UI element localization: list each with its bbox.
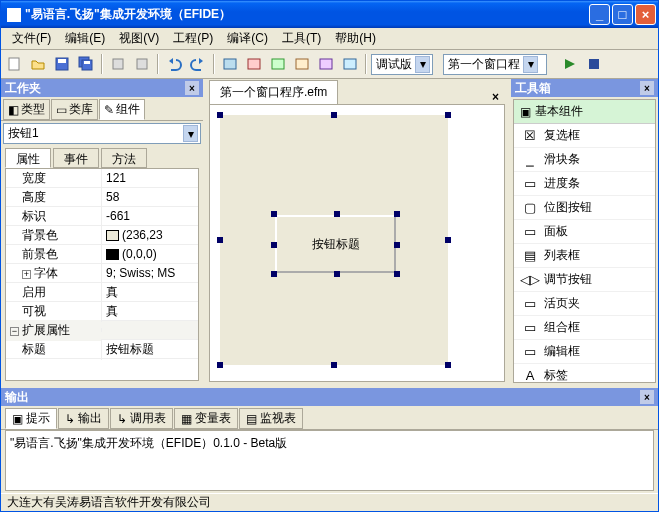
property-value: 58 <box>106 190 119 204</box>
expand-icon[interactable]: + <box>22 270 31 279</box>
toolbox-item[interactable]: ▭活页夹 <box>514 292 655 316</box>
redo-button[interactable] <box>187 53 209 75</box>
property-row[interactable]: −扩展属性 <box>6 321 198 340</box>
menu-compile[interactable]: 编译(C) <box>220 28 275 49</box>
tool-f[interactable] <box>291 53 313 75</box>
property-name: 宽度 <box>22 171 46 185</box>
toolbox-item-label: 编辑框 <box>544 343 580 360</box>
output-body[interactable]: "易语言.飞扬"集成开发环境（EFIDE）0.1.0 - Beta版 <box>5 430 654 491</box>
output-tab-vars[interactable]: ▦变量表 <box>174 408 238 429</box>
toolbox-item[interactable]: ▭编辑框 <box>514 340 655 364</box>
subtab-methods[interactable]: 方法 <box>101 148 147 168</box>
saveall-button[interactable] <box>75 53 97 75</box>
minimize-button[interactable]: _ <box>589 4 610 25</box>
tool-h[interactable] <box>339 53 361 75</box>
menu-project[interactable]: 工程(P) <box>166 28 220 49</box>
property-row[interactable]: 标题按钮标题 <box>6 340 198 359</box>
tool-b[interactable] <box>131 53 153 75</box>
form-surface[interactable]: 按钮标题 <box>220 115 448 365</box>
new-button[interactable] <box>3 53 25 75</box>
wrench-icon: ✎ <box>104 103 114 117</box>
property-value: (236,23 <box>122 228 163 242</box>
property-row[interactable]: 可视真 <box>6 302 198 321</box>
svg-rect-12 <box>320 59 332 69</box>
property-grid[interactable]: 宽度121高度58标识-661背景色(236,23前景色(0,0,0)+字体9;… <box>5 168 199 381</box>
property-row[interactable]: 背景色(236,23 <box>6 226 198 245</box>
tool-g[interactable] <box>315 53 337 75</box>
property-row[interactable]: 前景色(0,0,0) <box>6 245 198 264</box>
toolbox-item[interactable]: ▭面板 <box>514 220 655 244</box>
svg-rect-14 <box>589 59 599 69</box>
svg-rect-8 <box>224 59 236 69</box>
toolbox-item-label: 位图按钮 <box>544 199 592 216</box>
property-row[interactable]: 高度58 <box>6 188 198 207</box>
output-tab-hint[interactable]: ▣提示 <box>5 408 57 429</box>
toolbox-item[interactable]: ▢位图按钮 <box>514 196 655 220</box>
property-row[interactable]: 启用真 <box>6 283 198 302</box>
object-combo[interactable]: 按钮1▾ <box>3 123 201 144</box>
toolbox-item[interactable]: ⎯滑块条 <box>514 148 655 172</box>
property-name: 启用 <box>22 285 46 299</box>
startup-combo[interactable]: 第一个窗口程▾ <box>443 54 547 75</box>
output-panel: 输出 × ▣提示 ↳输出 ↳调用表 ▦变量表 ▤监视表 "易语言.飞扬"集成开发… <box>1 385 658 493</box>
menu-edit[interactable]: 编辑(E) <box>58 28 112 49</box>
config-combo[interactable]: 调试版▾ <box>371 54 433 75</box>
tool-c[interactable] <box>219 53 241 75</box>
window-title: "易语言.飞扬"集成开发环境（EFIDE） <box>25 6 587 23</box>
component-icon: A <box>522 368 538 384</box>
save-button[interactable] <box>51 53 73 75</box>
toolbox-item-label: 面板 <box>544 223 568 240</box>
toolbox-item[interactable]: ▤列表框 <box>514 244 655 268</box>
output-tab-call[interactable]: ↳调用表 <box>110 408 173 429</box>
toolbox-item[interactable]: A标签 <box>514 364 655 383</box>
doc-close-icon[interactable]: × <box>486 90 505 104</box>
panel-close-icon[interactable]: × <box>640 390 654 404</box>
tool-d[interactable] <box>243 53 265 75</box>
undo-button[interactable] <box>163 53 185 75</box>
panel-close-icon[interactable]: × <box>640 81 654 95</box>
component-icon: ▭ <box>522 344 538 360</box>
toolbox-category[interactable]: ▣基本组件 <box>514 100 655 124</box>
menu-file[interactable]: 文件(F) <box>5 28 58 49</box>
property-row[interactable]: +字体9; Swiss; MS <box>6 264 198 283</box>
property-name: 高度 <box>22 190 46 204</box>
color-swatch <box>106 249 119 260</box>
document-tab[interactable]: 第一个窗口程序.efm <box>209 80 338 104</box>
toolbox-item[interactable]: ▭进度条 <box>514 172 655 196</box>
toolbox-item[interactable]: ◁▷调节按钮 <box>514 268 655 292</box>
title-bar: "易语言.飞扬"集成开发环境（EFIDE） _ □ × <box>1 1 658 28</box>
tool-a[interactable] <box>107 53 129 75</box>
output-tab-output[interactable]: ↳输出 <box>58 408 109 429</box>
toolbox-item[interactable]: ▭组合框 <box>514 316 655 340</box>
property-row[interactable]: 标识-661 <box>6 207 198 226</box>
open-button[interactable] <box>27 53 49 75</box>
toolbox-item[interactable]: ☒复选框 <box>514 124 655 148</box>
tab-components[interactable]: ✎组件 <box>99 99 145 120</box>
collapse-icon[interactable]: − <box>10 327 19 336</box>
property-name: 标题 <box>22 342 46 356</box>
menu-tools[interactable]: 工具(T) <box>275 28 328 49</box>
stop-button[interactable] <box>583 53 605 75</box>
tab-libs[interactable]: ▭类库 <box>51 99 98 120</box>
svg-rect-10 <box>272 59 284 69</box>
designer-area: 第一个窗口程序.efm × 按钮标题 <box>206 79 508 385</box>
var-icon: ▦ <box>181 412 192 426</box>
property-name: 可视 <box>22 304 46 318</box>
property-row[interactable]: 宽度121 <box>6 169 198 188</box>
maximize-button[interactable]: □ <box>612 4 633 25</box>
panel-close-icon[interactable]: × <box>185 81 199 95</box>
close-button[interactable]: × <box>635 4 656 25</box>
component-icon: ☒ <box>522 128 538 144</box>
menu-view[interactable]: 视图(V) <box>112 28 166 49</box>
subtab-events[interactable]: 事件 <box>53 148 99 168</box>
component-icon: ▤ <box>522 248 538 264</box>
subtab-props[interactable]: 属性 <box>5 148 51 168</box>
menu-help[interactable]: 帮助(H) <box>328 28 383 49</box>
component-icon: ▭ <box>522 176 538 192</box>
output-tab-watch[interactable]: ▤监视表 <box>239 408 303 429</box>
tab-types[interactable]: ◧类型 <box>3 99 50 120</box>
design-canvas[interactable]: 按钮标题 <box>209 104 505 382</box>
tool-e[interactable] <box>267 53 289 75</box>
component-icon: ▭ <box>522 296 538 312</box>
run-button[interactable] <box>559 53 581 75</box>
